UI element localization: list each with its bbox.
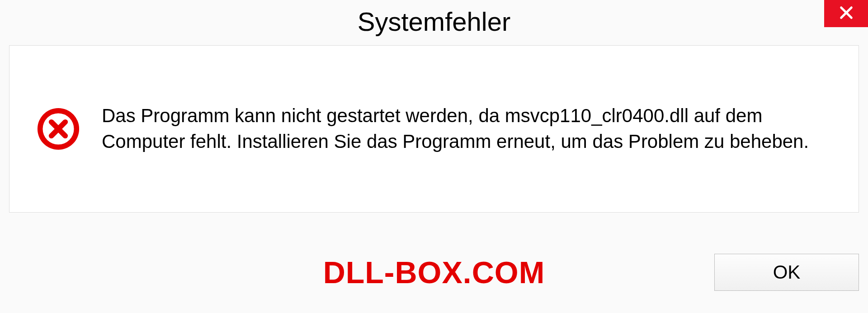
error-message: Das Programm kann nicht gestartet werden… <box>102 103 831 154</box>
titlebar: Systemfehler <box>0 0 868 43</box>
close-icon <box>839 5 854 22</box>
message-panel: Das Programm kann nicht gestartet werden… <box>9 45 859 213</box>
dialog-title: Systemfehler <box>358 6 510 37</box>
close-button[interactable] <box>824 0 868 27</box>
ok-button[interactable]: OK <box>714 254 859 291</box>
watermark-text: DLL-BOX.COM <box>323 255 545 290</box>
error-circle-icon <box>37 107 80 151</box>
dialog-footer: DLL-BOX.COM OK <box>0 245 868 299</box>
